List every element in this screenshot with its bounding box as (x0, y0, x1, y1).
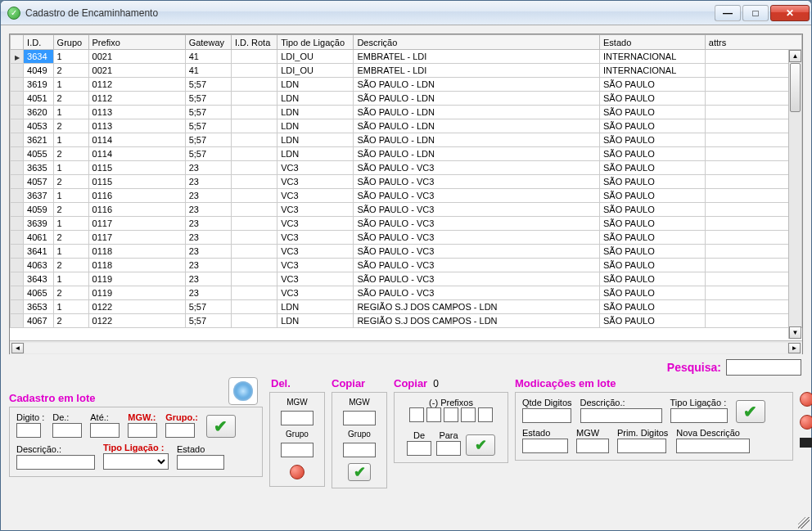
cell-id[interactable]: 3634 (24, 50, 54, 64)
cell-attrs[interactable] (705, 175, 801, 189)
cell-tipo[interactable]: VC3 (277, 272, 354, 286)
cell-prefixo[interactable]: 0112 (88, 92, 185, 106)
table-row[interactable]: 4055201145;57LDNSÃO PAULO - LDNSÃO PAULO (11, 147, 802, 161)
cell-prefixo[interactable]: 0117 (88, 217, 185, 231)
copiar1-confirm-button[interactable]: ✔ (348, 463, 371, 481)
cell-tipo[interactable]: LDI_OU (277, 64, 354, 78)
cell-estado[interactable]: SÃO PAULO (600, 106, 706, 119)
row-selector[interactable] (11, 231, 24, 245)
prefix-input-3[interactable] (444, 407, 458, 422)
cell-desc[interactable]: SÃO PAULO - LDN (354, 106, 600, 119)
cell-id[interactable]: 3620 (24, 106, 54, 119)
cell-tipo[interactable]: VC3 (277, 203, 354, 217)
cell-id[interactable]: 4067 (24, 314, 54, 328)
cell-idrota[interactable] (231, 314, 277, 328)
cell-gateway[interactable]: 41 (185, 64, 231, 78)
cell-id[interactable]: 3653 (24, 300, 54, 314)
cell-estado[interactable]: SÃO PAULO (600, 203, 706, 217)
cell-prefixo[interactable]: 0122 (88, 300, 185, 314)
cell-id[interactable]: 3643 (24, 272, 54, 286)
mod-input-novadesc[interactable] (676, 439, 750, 453)
cell-desc[interactable]: REGIÃO S.J DOS CAMPOS - LDN (354, 314, 600, 328)
cell-attrs[interactable] (705, 106, 801, 119)
mod-input-primdig[interactable] (617, 439, 666, 453)
cell-desc[interactable]: SÃO PAULO - LDN (354, 119, 600, 133)
mod-input-mgw[interactable] (576, 439, 609, 453)
cell-tipo[interactable]: VC3 (277, 161, 354, 175)
cell-desc[interactable]: SÃO PAULO - VC3 (354, 286, 600, 300)
cell-idrota[interactable] (231, 189, 277, 203)
input-descricao[interactable] (16, 455, 95, 470)
table-row[interactable]: 4051201125;57LDNSÃO PAULO - LDNSÃO PAULO (11, 92, 802, 106)
row-selector[interactable] (11, 245, 24, 259)
cell-tipo[interactable]: VC3 (277, 259, 354, 272)
row-selector-header[interactable] (11, 35, 24, 50)
table-row[interactable]: 36431011923VC3SÃO PAULO - VC3SÃO PAULO (11, 272, 802, 286)
cell-id[interactable]: 4053 (24, 119, 54, 133)
input-copiar-de[interactable] (407, 441, 431, 456)
row-selector[interactable] (11, 259, 24, 272)
cell-idrota[interactable] (231, 147, 277, 161)
hscroll-track[interactable] (25, 343, 787, 353)
cell-estado[interactable]: SÃO PAULO (600, 161, 706, 175)
terminal-icon[interactable] (800, 438, 812, 448)
cell-tipo[interactable]: VC3 (277, 286, 354, 300)
cell-tipo[interactable]: LDN (277, 106, 354, 119)
cell-id[interactable]: 4049 (24, 64, 54, 78)
input-ate[interactable] (90, 423, 120, 438)
table-row[interactable]: 40572011523VC3SÃO PAULO - VC3SÃO PAULO (11, 175, 802, 189)
cell-tipo[interactable]: LDN (277, 78, 354, 92)
row-selector[interactable] (11, 300, 24, 314)
col-idrota[interactable]: I.D. Rota (231, 35, 277, 50)
cell-estado[interactable]: SÃO PAULO (600, 272, 706, 286)
cell-estado[interactable]: SÃO PAULO (600, 245, 706, 259)
cell-estado[interactable]: SÃO PAULO (600, 217, 706, 231)
cell-estado[interactable]: INTERNACIONAL (600, 64, 706, 78)
cell-id[interactable]: 4057 (24, 175, 54, 189)
cell-tipo[interactable]: LDI_OU (277, 50, 354, 64)
cell-gateway[interactable]: 5;57 (185, 133, 231, 147)
cell-id[interactable]: 4051 (24, 92, 54, 106)
copiar1-input-mgw[interactable] (343, 411, 376, 425)
cell-attrs[interactable] (705, 133, 801, 147)
cell-estado[interactable]: SÃO PAULO (600, 314, 706, 328)
input-de[interactable] (52, 423, 82, 438)
data-grid[interactable]: I.D. Grupo Prefixo Gateway I.D. Rota Tip… (10, 34, 802, 328)
table-row[interactable]: 36341002141LDI_OUEMBRATEL - LDIINTERNACI… (11, 50, 802, 64)
cell-attrs[interactable] (705, 231, 801, 245)
cell-estado[interactable]: SÃO PAULO (600, 175, 706, 189)
table-row[interactable]: 4067201225;57LDNREGIÃO S.J DOS CAMPOS - … (11, 314, 802, 328)
mod-input-estado[interactable] (522, 439, 568, 453)
scroll-left-button[interactable]: ◄ (11, 343, 24, 353)
cell-desc[interactable]: REGIÃO S.J DOS CAMPOS - LDN (354, 300, 600, 314)
cell-desc[interactable]: SÃO PAULO - LDN (354, 133, 600, 147)
cell-gateway[interactable]: 41 (185, 50, 231, 64)
cell-tipo[interactable]: LDN (277, 119, 354, 133)
cell-gateway[interactable]: 23 (185, 175, 231, 189)
cell-grupo[interactable]: 2 (53, 119, 88, 133)
cell-gateway[interactable]: 5;57 (185, 314, 231, 328)
del-button[interactable] (290, 465, 304, 479)
cell-gateway[interactable]: 23 (185, 217, 231, 231)
col-grupo[interactable]: Grupo (53, 35, 88, 50)
delete-record-button[interactable] (800, 392, 812, 407)
cell-gateway[interactable]: 5;57 (185, 147, 231, 161)
cell-desc[interactable]: SÃO PAULO - VC3 (354, 217, 600, 231)
cell-id[interactable]: 3621 (24, 133, 54, 147)
row-selector[interactable] (11, 286, 24, 300)
cell-desc[interactable]: SÃO PAULO - LDN (354, 78, 600, 92)
cell-idrota[interactable] (231, 78, 277, 92)
globe-icon[interactable] (228, 377, 258, 405)
cell-desc[interactable]: SÃO PAULO - VC3 (354, 203, 600, 217)
cell-grupo[interactable]: 2 (53, 147, 88, 161)
cell-desc[interactable]: SÃO PAULO - VC3 (354, 245, 600, 259)
cell-prefixo[interactable]: 0118 (88, 245, 185, 259)
cell-gateway[interactable]: 5;57 (185, 78, 231, 92)
titlebar[interactable]: ✓ Cadastro de Encaminhamento — □ ✕ (1, 1, 811, 25)
cell-gateway[interactable]: 5;57 (185, 106, 231, 119)
vertical-scrollbar[interactable]: ▲ ▼ (788, 50, 801, 339)
cell-attrs[interactable] (705, 245, 801, 259)
cell-grupo[interactable]: 1 (53, 300, 88, 314)
cell-attrs[interactable] (705, 189, 801, 203)
cell-grupo[interactable]: 1 (53, 217, 88, 231)
